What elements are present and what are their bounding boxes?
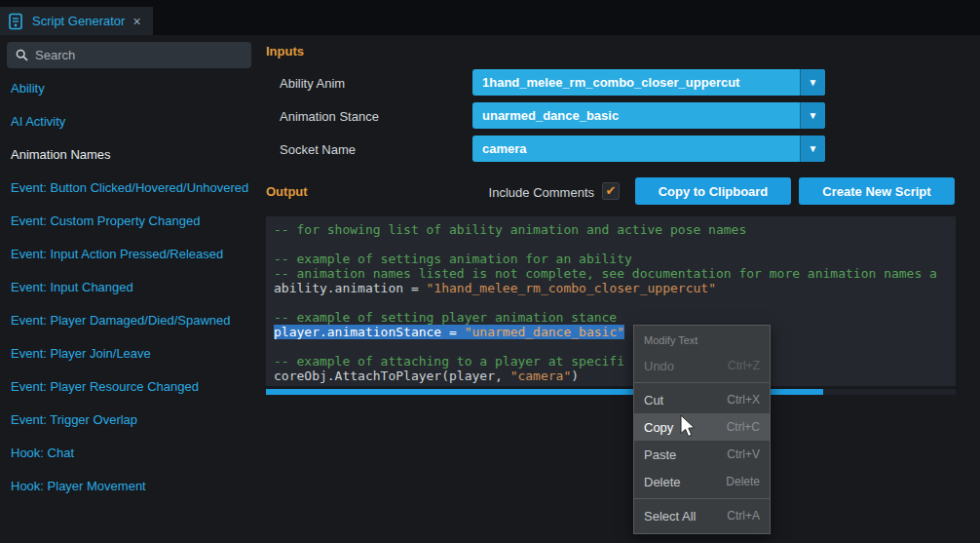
search-icon [16, 49, 28, 61]
menu-item-cut[interactable]: CutCtrl+X [634, 386, 770, 413]
search-input[interactable] [35, 48, 243, 62]
sidebar: AbilityAI ActivityAnimation NamesEvent: … [0, 35, 258, 543]
menu-separator [634, 382, 770, 383]
menu-item-undo[interactable]: UndoCtrl+Z [634, 352, 770, 379]
menu-item-shortcut: Ctrl+V [727, 447, 760, 461]
menu-item-shortcut: Ctrl+X [727, 393, 760, 407]
menu-separator [634, 498, 770, 499]
menu-item-select-all[interactable]: Select AllCtrl+A [634, 502, 770, 529]
tab-title: Script Generator [32, 14, 125, 28]
dropdown-value: 1hand_melee_rm_combo_closer_uppercut [472, 75, 800, 90]
context-menu: Modify Text UndoCtrl+ZCutCtrl+XCopyCtrl+… [633, 325, 771, 534]
sidebar-item[interactable]: Event: Input Changed [0, 271, 258, 304]
output-section-title: Output [266, 184, 308, 199]
menu-item-label: Undo [644, 359, 674, 373]
menu-item-shortcut: Ctrl+A [727, 509, 760, 523]
sidebar-item[interactable]: Event: Custom Property Changed [0, 205, 258, 238]
sidebar-item[interactable]: Event: Button Clicked/Hovered/Unhovered [0, 172, 258, 205]
chevron-down-icon: ▼ [800, 102, 825, 129]
sidebar-item[interactable]: AI Activity [0, 105, 258, 138]
dropdown-value: unarmed_dance_basic [472, 108, 800, 123]
input-row: Ability Anim1hand_melee_rm_combo_closer_… [266, 66, 956, 99]
sidebar-item[interactable]: Hook: Chat [0, 437, 258, 470]
sidebar-item[interactable]: Event: Player Join/Leave [0, 337, 258, 370]
chevron-down-icon: ▼ [800, 69, 825, 96]
code-editor[interactable]: -- for showing list of ability animation… [266, 216, 956, 386]
field-label: Ability Anim [280, 76, 345, 91]
search-box[interactable] [7, 42, 251, 68]
menu-item-shortcut: Ctrl+C [727, 420, 760, 434]
create-new-script-button[interactable]: Create New Script [799, 177, 955, 205]
script-generator-icon [7, 13, 24, 30]
dropdown-value: camera [472, 141, 800, 156]
include-comments-label: Include Comments [489, 185, 594, 200]
dropdown[interactable]: camera▼ [472, 136, 825, 162]
inputs-rows: Ability Anim1hand_melee_rm_combo_closer_… [266, 66, 956, 166]
tab-close-icon[interactable]: × [132, 15, 140, 28]
sidebar-item[interactable]: Event: Trigger Overlap [0, 404, 258, 437]
menu-item-label: Paste [644, 447, 676, 462]
menu-item-shortcut: Delete [726, 475, 760, 488]
sidebar-item[interactable]: Hook: Player Movement [0, 470, 258, 503]
tab-bar: Script Generator × [0, 0, 980, 35]
sidebar-item[interactable]: Event: Player Resource Changed [0, 370, 258, 404]
horizontal-scrollbar[interactable] [266, 389, 956, 395]
field-label: Animation Stance [280, 109, 379, 124]
menu-item-delete[interactable]: DeleteDelete [634, 468, 770, 495]
sidebar-item[interactable]: Animation Names [0, 138, 258, 172]
context-menu-title: Modify Text [634, 326, 770, 352]
chevron-down-icon: ▼ [800, 136, 825, 162]
menu-item-label: Select All [644, 509, 696, 524]
sidebar-list: AbilityAI ActivityAnimation NamesEvent: … [0, 72, 258, 503]
input-row: Socket Namecamera▼ [266, 133, 956, 166]
menu-item-paste[interactable]: PasteCtrl+V [634, 441, 770, 468]
tab-script-generator[interactable]: Script Generator × [0, 7, 153, 35]
selected-text: player.animationStance = "unarmed_dance_… [274, 325, 624, 339]
menu-item-label: Copy [644, 420, 673, 435]
dropdown[interactable]: unarmed_dance_basic▼ [472, 102, 825, 129]
context-menu-items: UndoCtrl+ZCutCtrl+XCopyCtrl+CPasteCtrl+V… [634, 352, 770, 529]
script-generator-window: Script Generator × AbilityAI ActivityAni… [0, 0, 980, 543]
dropdown[interactable]: 1hand_melee_rm_combo_closer_uppercut▼ [472, 69, 825, 96]
inputs-section-title: Inputs [266, 44, 304, 58]
field-label: Socket Name [280, 142, 356, 157]
menu-item-label: Cut [644, 393, 663, 407]
copy-to-clipboard-button[interactable]: Copy to Clipboard [635, 177, 791, 205]
menu-item-copy[interactable]: CopyCtrl+C [634, 413, 770, 441]
sidebar-item[interactable]: Ability [0, 72, 258, 105]
menu-item-label: Delete [644, 475, 681, 489]
sidebar-item[interactable]: Event: Input Action Pressed/Released [0, 238, 258, 271]
input-row: Animation Stanceunarmed_dance_basic▼ [266, 99, 956, 133]
include-comments-checkbox[interactable]: ✔ [602, 182, 620, 200]
sidebar-item[interactable]: Event: Player Damaged/Died/Spawned [0, 304, 258, 337]
menu-item-shortcut: Ctrl+Z [728, 359, 760, 372]
